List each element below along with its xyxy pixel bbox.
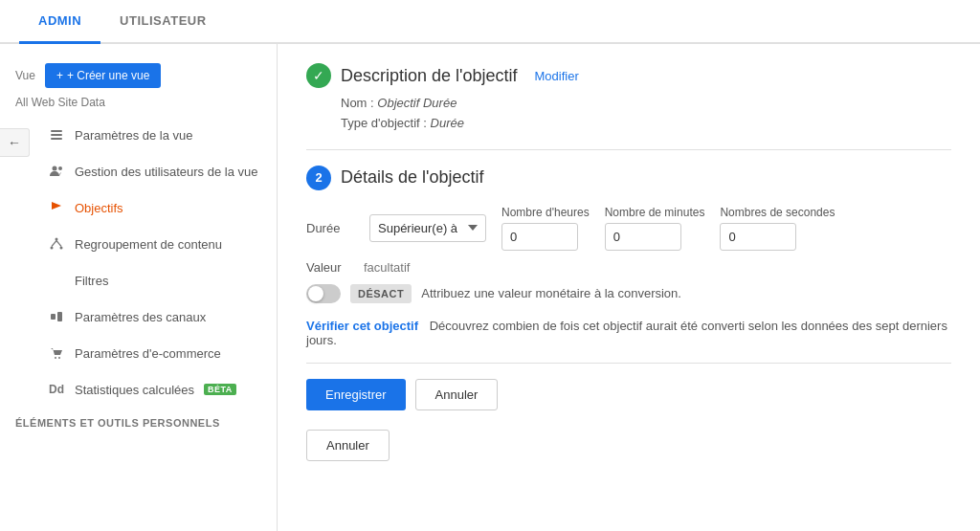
sidebar-item-filtres[interactable]: Filtres <box>0 262 277 299</box>
sidebar-section-title: ÉLÉMENTS ET OUTILS PERSONNELS <box>0 408 277 432</box>
tab-utilisateur[interactable]: UTILISATEUR <box>100 0 225 44</box>
valeur-toggle[interactable] <box>306 284 341 303</box>
vue-label: Vue <box>15 69 35 82</box>
svg-point-4 <box>58 166 62 170</box>
svg-point-13 <box>58 357 60 359</box>
hierarchy-icon <box>48 235 65 253</box>
svg-rect-2 <box>51 138 62 140</box>
main-content: ✓ Description de l'objectif Modifier Nom… <box>278 44 980 531</box>
step-circle: 2 <box>306 166 331 190</box>
sidebar-item-label: Paramètres d'e-commerce <box>75 346 221 361</box>
verifier-row: Vérifier cet objectif Découvrez combien … <box>306 319 951 347</box>
check-circle-icon: ✓ <box>306 63 331 88</box>
section2-header: 2 Détails de l'objectif <box>306 166 951 190</box>
sidebar-item-statistiques[interactable]: Dd Statistiques calculées BÉTA <box>0 371 277 408</box>
ecommerce-icon <box>48 344 65 362</box>
users-icon <box>48 163 65 180</box>
svg-line-8 <box>52 241 56 247</box>
sidebar: Vue + + Créer une vue All Web Site Data … <box>0 44 278 531</box>
type-row: Type d'objectif : Durée <box>341 114 951 134</box>
sidebar-item-label: Paramètres de la vue <box>75 128 193 143</box>
modifier-link[interactable]: Modifier <box>535 69 579 83</box>
flag-icon <box>48 199 65 216</box>
toggle-label: DÉSACT <box>350 284 412 303</box>
svg-rect-0 <box>51 130 62 132</box>
valeur-optional: facultatif <box>364 260 410 275</box>
sidebar-item-label: Filtres <box>75 274 108 288</box>
channels-icon <box>48 308 65 325</box>
settings-icon <box>48 126 65 144</box>
nom-label: Nom : <box>341 96 374 110</box>
top-nav: ADMIN UTILISATEUR <box>0 0 980 44</box>
duree-label: Durée <box>306 221 354 235</box>
duree-row: Durée Supérieur(e) à Nombre d'heures Nom… <box>306 206 951 251</box>
type-label: Type d'objectif : <box>341 116 427 130</box>
sidebar-item-label: Objectifs <box>75 201 123 215</box>
sidebar-item-label: Gestion des utilisateurs de la vue <box>75 165 258 179</box>
action-btn-row: Enregistrer Annuler <box>306 379 951 410</box>
heures-input[interactable] <box>501 223 578 251</box>
annuler-bottom-button[interactable]: Annuler <box>306 430 390 461</box>
minutes-label: Nombre de minutes <box>605 206 705 219</box>
sidebar-item-canaux[interactable]: Paramètres des canaux <box>0 299 277 335</box>
tab-admin[interactable]: ADMIN <box>19 0 100 44</box>
nom-value: Objectif Durée <box>377 96 457 110</box>
site-data-label: All Web Site Data <box>0 92 277 117</box>
section1-header: ✓ Description de l'objectif Modifier <box>306 63 951 88</box>
verifier-link[interactable]: Vérifier cet objectif <box>306 319 418 333</box>
beta-badge: BÉTA <box>204 384 236 395</box>
annuler-button[interactable]: Annuler <box>415 379 499 410</box>
svg-point-3 <box>53 166 57 171</box>
plus-icon: + <box>56 69 63 82</box>
svg-line-9 <box>56 241 61 247</box>
stats-icon: Dd <box>48 381 65 398</box>
svg-point-7 <box>60 247 63 250</box>
svg-rect-1 <box>51 134 62 136</box>
section1-info: Nom : Objectif Durée Type d'objectif : D… <box>341 94 951 134</box>
svg-rect-11 <box>57 312 62 321</box>
secondes-input[interactable] <box>720 223 796 251</box>
svg-point-6 <box>51 247 54 250</box>
main-layout: Vue + + Créer une vue All Web Site Data … <box>0 44 980 531</box>
create-vue-button[interactable]: + + Créer une vue <box>45 63 161 88</box>
valeur-toggle-row: DÉSACT Attribuez une valeur monétaire à … <box>306 284 951 303</box>
valeur-row: Valeur facultatif <box>306 260 951 275</box>
section2-title: Détails de l'objectif <box>341 167 484 188</box>
back-button[interactable]: ← <box>0 128 30 157</box>
create-vue-label: + Créer une vue <box>67 69 149 82</box>
type-value: Durée <box>431 116 464 130</box>
sidebar-item-ecommerce[interactable]: Paramètres d'e-commerce <box>0 335 277 371</box>
sidebar-item-gestion-utilisateurs[interactable]: Gestion des utilisateurs de la vue <box>0 153 277 189</box>
minutes-group: Nombre de minutes <box>605 206 705 251</box>
nom-row: Nom : Objectif Durée <box>341 94 951 114</box>
sidebar-item-label: Statistiques calculées <box>75 383 194 397</box>
sidebar-item-objectifs[interactable]: Objectifs <box>0 189 277 226</box>
section1-title: Description de l'objectif <box>341 66 518 86</box>
svg-point-12 <box>55 357 56 359</box>
divider2 <box>306 363 951 364</box>
toggle-knob <box>308 286 323 301</box>
filter-icon <box>48 272 65 289</box>
duree-select[interactable]: Supérieur(e) à <box>369 214 486 242</box>
sidebar-item-parametres-vue[interactable]: Paramètres de la vue <box>0 117 277 153</box>
sidebar-item-regroupement[interactable]: Regroupement de contenu <box>0 226 277 262</box>
valeur-desc: Attribuez une valeur monétaire à la conv… <box>421 286 681 300</box>
sidebar-item-label: Paramètres des canaux <box>75 310 206 324</box>
select-group: Supérieur(e) à <box>369 214 486 242</box>
svg-rect-10 <box>51 314 56 320</box>
sidebar-item-label: Regroupement de contenu <box>75 237 222 252</box>
svg-point-5 <box>56 238 58 241</box>
valeur-label: Valeur <box>306 260 354 275</box>
divider <box>306 149 951 150</box>
secondes-label: Nombres de secondes <box>720 206 835 219</box>
heures-group: Nombre d'heures <box>501 206 590 251</box>
heures-label: Nombre d'heures <box>501 206 590 219</box>
vue-section: Vue + + Créer une vue <box>0 55 277 92</box>
minutes-input[interactable] <box>605 223 681 251</box>
secondes-group: Nombres de secondes <box>720 206 835 251</box>
enregistrer-button[interactable]: Enregistrer <box>306 379 406 410</box>
